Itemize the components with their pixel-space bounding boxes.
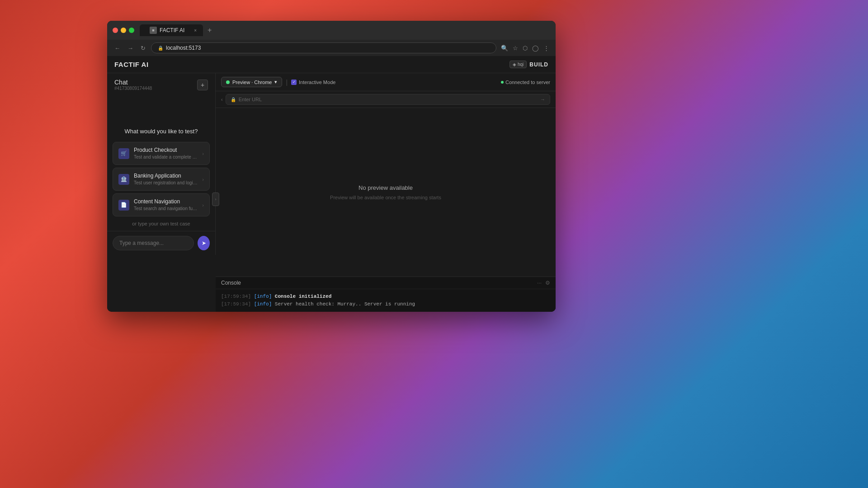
url-go-button[interactable]: → <box>540 97 545 102</box>
app-content: FACTIF AI ◈ hqi BUILD Chat #41730809 <box>107 56 556 312</box>
refresh-button[interactable]: ↻ <box>139 44 147 52</box>
new-tab-button[interactable]: + <box>205 25 214 35</box>
sidebar-wrapper: Chat #41730809174448 + What would you li… <box>107 73 216 312</box>
chat-label: Chat <box>114 79 152 86</box>
console-time-1: [17:59:34] <box>221 294 251 299</box>
browser-window: ■ FACTIF AI × + ← → ↻ 🔒 localhost:5173 🔍… <box>107 21 556 312</box>
product-checkout-desc: Test and validate a complete purchase fl… <box>134 154 198 160</box>
message-input[interactable] <box>113 236 194 250</box>
send-button[interactable]: ➤ <box>198 236 210 250</box>
sidebar-header: Chat #41730809174448 + <box>107 73 215 94</box>
hqi-badge: ◈ hqi <box>509 61 527 68</box>
browser-tabs: ■ FACTIF AI × + <box>140 24 214 36</box>
browser-nav: ← → ↻ 🔒 localhost:5173 🔍 ☆ ⬡ ◯ ⋮ <box>107 40 556 56</box>
more-icon[interactable]: ⋮ <box>542 44 550 52</box>
tab-title: FACTIF AI <box>160 27 184 33</box>
user-icon[interactable]: ◯ <box>531 44 540 52</box>
console-panel: Console ··· ⚙ [17:59:34] [info] Console … <box>216 277 556 312</box>
nav-icons-right: 🔍 ☆ ⬡ ◯ ⋮ <box>500 44 550 52</box>
bookmark-icon[interactable]: ☆ <box>512 44 519 52</box>
url-back-button[interactable]: ‹ <box>221 97 223 102</box>
tab-close-button[interactable]: × <box>194 28 197 33</box>
url-input-container[interactable]: 🔒 Enter URL → <box>226 94 550 105</box>
preview-dropdown[interactable]: Preview · Chrome ▾ <box>221 77 282 87</box>
right-toolbar: Preview · Chrome ▾ | ✓ Interactive Mode … <box>216 73 556 91</box>
banking-title: Banking Application <box>134 173 198 179</box>
banking-icon: 🏦 <box>118 174 129 185</box>
toolbar-left: Preview · Chrome ▾ | ✓ Interactive Mode <box>221 77 335 87</box>
app-build-badge: ◈ hqi BUILD <box>509 61 548 68</box>
console-title: Console <box>221 280 241 286</box>
right-panel: Preview · Chrome ▾ | ✓ Interactive Mode … <box>216 73 556 312</box>
console-settings-icon[interactable]: ⚙ <box>545 280 550 286</box>
chat-id: #41730809174448 <box>114 86 152 91</box>
preview-dropdown-icon: ▾ <box>274 79 277 85</box>
test-prompt: What would you like to test? <box>107 121 215 142</box>
preview-area: No preview available Preview will be ava… <box>216 108 556 277</box>
test-card-content-2: Banking Application Test user registrati… <box>134 173 198 186</box>
preview-label: Preview · Chrome <box>232 80 272 85</box>
toolbar-separator: | <box>286 79 288 86</box>
console-line-2: [17:59:34] [info] Server health check: M… <box>221 300 550 308</box>
product-checkout-title: Product Checkout <box>134 147 198 153</box>
console-level-2: [info] <box>254 301 275 307</box>
minimize-window-button[interactable] <box>121 28 126 33</box>
no-preview-subtitle: Preview will be available once the strea… <box>330 195 441 200</box>
hqi-icon: ◈ <box>513 62 516 67</box>
toolbar-right: Connected to server <box>501 80 550 85</box>
console-level-1: [info] <box>254 294 275 299</box>
content-nav-arrow: › <box>202 202 204 208</box>
browser-chrome: ■ FACTIF AI × + <box>107 21 556 40</box>
console-time-2: [17:59:34] <box>221 301 251 307</box>
url-placeholder: Enter URL <box>239 97 262 102</box>
interactive-mode-toggle[interactable]: ✓ Interactive Mode <box>291 80 335 85</box>
console-icons: ··· ⚙ <box>537 280 550 286</box>
address-bar[interactable]: 🔒 localhost:5173 <box>151 42 496 53</box>
console-body: [17:59:34] [info] Console initialized [1… <box>216 289 556 312</box>
app-logo: FACTIF AI <box>114 61 149 68</box>
sidebar: Chat #41730809174448 + What would you li… <box>107 73 216 255</box>
message-input-area: ➤ <box>107 231 215 255</box>
content-nav-icon: 📄 <box>118 200 129 211</box>
test-card-content-1: Product Checkout Test and validate a com… <box>134 147 198 160</box>
content-nav-desc: Test search and navigation functionality… <box>134 206 198 211</box>
sidebar-collapse-button[interactable]: › <box>212 192 219 206</box>
product-checkout-icon: 🛒 <box>118 148 129 159</box>
banking-arrow: › <box>202 177 204 182</box>
address-text: localhost:5173 <box>166 45 201 51</box>
tab-favicon: ■ <box>150 27 157 34</box>
browser-tab-active[interactable]: ■ FACTIF AI × <box>140 24 203 36</box>
search-icon[interactable]: 🔍 <box>500 44 509 52</box>
url-bar: ‹ 🔒 Enter URL → <box>216 91 556 108</box>
test-case-content-nav[interactable]: 📄 Content Navigation Test search and nav… <box>113 193 210 216</box>
console-line-1: [17:59:34] [info] Console initialized <box>221 293 550 300</box>
forward-button[interactable]: → <box>126 44 135 52</box>
build-label: BUILD <box>529 61 548 68</box>
test-card-content-3: Content Navigation Test search and navig… <box>134 198 198 211</box>
preview-active-dot <box>226 80 230 84</box>
interactive-checkbox: ✓ <box>291 80 297 85</box>
product-checkout-arrow: › <box>202 151 204 156</box>
or-type-label: or type your own test case <box>107 216 215 231</box>
console-header: Console ··· ⚙ <box>216 277 556 289</box>
browser-controls: ■ FACTIF AI × + <box>113 24 550 36</box>
extensions-icon[interactable]: ⬡ <box>522 44 528 52</box>
console-msg-1: Console initialized <box>275 294 331 299</box>
hqi-label: hqi <box>518 62 524 67</box>
new-chat-button[interactable]: + <box>197 80 208 90</box>
address-lock-icon: 🔒 <box>158 46 163 51</box>
back-button[interactable]: ← <box>113 44 122 52</box>
test-case-product-checkout[interactable]: 🛒 Product Checkout Test and validate a c… <box>113 142 210 165</box>
send-icon: ➤ <box>202 240 206 246</box>
test-case-banking[interactable]: 🏦 Banking Application Test user registra… <box>113 168 210 191</box>
close-window-button[interactable] <box>113 28 118 33</box>
console-more-icon[interactable]: ··· <box>537 280 542 286</box>
console-msg-2: Server health check: Murray.. Server is … <box>275 301 415 307</box>
interactive-mode-label: Interactive Mode <box>299 80 335 85</box>
app-main: Chat #41730809174448 + What would you li… <box>107 73 556 312</box>
maximize-window-button[interactable] <box>129 28 134 33</box>
url-lock-icon: 🔒 <box>231 97 236 102</box>
connected-status-dot <box>501 81 504 84</box>
app-header: FACTIF AI ◈ hqi BUILD <box>107 56 556 73</box>
connected-label: Connected to server <box>505 80 550 85</box>
